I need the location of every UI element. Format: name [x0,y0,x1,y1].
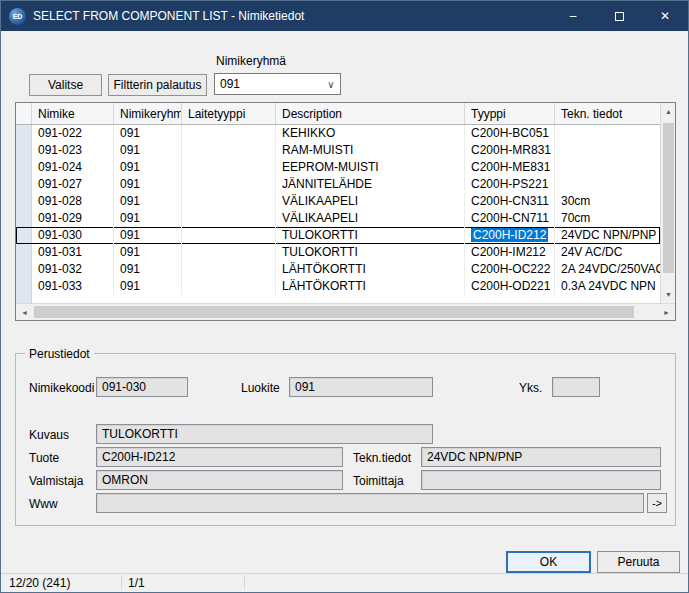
row-gutter[interactable] [16,278,32,295]
table-cell[interactable]: 091 [114,227,182,244]
table-cell[interactable]: 0.3A 24VDC NPN [555,278,660,295]
table-row[interactable]: 091-028091VÄLIKAAPELIC200H-CN31130cm [16,193,660,210]
valitse-button[interactable]: Valitse [29,74,102,96]
yks-field[interactable] [552,377,600,397]
table-cell[interactable]: 24V AC/DC [555,244,660,261]
cancel-button[interactable]: Peruuta [597,551,680,573]
row-gutter[interactable] [16,227,32,244]
table-cell[interactable]: C200H-OC222 [465,261,555,278]
table-cell[interactable]: 24VDC NPN/PNP [555,227,660,244]
table-cell[interactable]: 70cm [555,210,660,227]
table-cell[interactable]: 091-024 [32,159,114,176]
table-cell[interactable]: C200H-CN311 [465,193,555,210]
table-cell[interactable]: VÄLIKAAPELI [276,210,465,227]
scroll-down-icon[interactable]: ▼ [661,286,676,303]
header-tyyppi[interactable]: Tyyppi [465,103,555,124]
table-cell[interactable]: 091-033 [32,278,114,295]
valmistaja-field[interactable]: OMRON [96,470,343,490]
toimittaja-field[interactable] [421,470,661,490]
table-cell[interactable]: 091-031 [32,244,114,261]
table-cell[interactable]: C200H-ID212 [465,227,555,244]
horizontal-scrollbar-thumb[interactable] [34,306,634,318]
table-cell[interactable]: 091 [114,176,182,193]
table-row[interactable]: 091-027091JÄNNITELÄHDEC200H-PS221 [16,176,660,193]
table-row[interactable]: 091-031091TULOKORTTIC200H-IM21224V AC/DC [16,244,660,261]
table-cell[interactable] [182,159,276,176]
table-cell[interactable]: TULOKORTTI [276,244,465,261]
table-cell[interactable]: KEHIKKO [276,125,465,142]
table-cell[interactable]: 091-027 [32,176,114,193]
table-cell[interactable] [555,125,660,142]
header-nimikeryhma[interactable]: Nimikeryhmä [114,103,182,124]
horizontal-scrollbar[interactable]: ◄ ► [16,303,675,320]
table-cell[interactable]: C200H-OD221 [465,278,555,295]
table-cell[interactable]: 30cm [555,193,660,210]
table-cell[interactable] [555,159,660,176]
scroll-up-icon[interactable]: ▲ [661,103,676,120]
table-cell[interactable]: VÄLIKAAPELI [276,193,465,210]
minimize-button[interactable]: – [550,1,596,31]
kuvaus-field[interactable]: TULOKORTTI [96,424,433,444]
table-row[interactable]: 091-030091TULOKORTTIC200H-ID21224VDC NPN… [16,227,660,244]
table-cell[interactable] [182,125,276,142]
tuote-field[interactable]: C200H-ID212 [96,447,343,467]
table-cell[interactable]: C200H-BC051 [465,125,555,142]
close-button[interactable]: ✕ [642,1,688,31]
header-laitetyyppi[interactable]: Laitetyyppi [182,103,276,124]
row-gutter[interactable] [16,159,32,176]
ok-button[interactable]: OK [506,551,591,573]
chevron-down-icon[interactable]: ∨ [322,79,340,90]
tekn-tiedot-field[interactable]: 24VDC NPN/PNP [421,447,661,467]
group-combobox[interactable]: 091 ∨ [214,73,341,95]
table-cell[interactable]: 091 [114,159,182,176]
row-gutter[interactable] [16,176,32,193]
titlebar[interactable]: ED SELECT FROM COMPONENT LIST - Nimiketi… [1,1,688,31]
table-cell[interactable]: C200H-CN711 [465,210,555,227]
header-nimike[interactable]: Nimike [32,103,114,124]
table-cell[interactable]: 091 [114,210,182,227]
header-description[interactable]: Description [276,103,465,124]
table-cell[interactable]: 091 [114,142,182,159]
luokite-field[interactable]: 091 [289,377,433,397]
table-cell[interactable]: LÄHTÖKORTTI [276,261,465,278]
table-cell[interactable] [182,193,276,210]
table-cell[interactable]: 091 [114,193,182,210]
table-cell[interactable]: C200H-MR831 [465,142,555,159]
table-cell[interactable] [182,176,276,193]
table-cell[interactable]: 091 [114,278,182,295]
nimikekoodi-field[interactable]: 091-030 [96,377,188,397]
table-cell[interactable] [182,261,276,278]
table-cell[interactable]: 091 [114,244,182,261]
scroll-left-icon[interactable]: ◄ [16,304,33,321]
row-gutter[interactable] [16,142,32,159]
table-cell[interactable]: LÄHTÖKORTTI [276,278,465,295]
table-row[interactable]: 091-032091LÄHTÖKORTTIC200H-OC2222A 24VDC… [16,261,660,278]
row-gutter[interactable] [16,210,32,227]
table-cell[interactable]: 091-022 [32,125,114,142]
table-cell[interactable] [182,142,276,159]
table-cell[interactable]: RAM-MUISTI [276,142,465,159]
table-cell[interactable]: 091 [114,125,182,142]
table-cell[interactable]: TULOKORTTI [276,227,465,244]
filter-reset-button[interactable]: Filtterin palautus [108,74,207,96]
table-cell[interactable]: 091 [114,261,182,278]
table-row[interactable]: 091-023091RAM-MUISTIC200H-MR831 [16,142,660,159]
row-gutter[interactable] [16,244,32,261]
row-gutter[interactable] [16,261,32,278]
www-open-button[interactable]: -> [647,493,667,513]
table-row[interactable]: 091-029091VÄLIKAAPELIC200H-CN71170cm [16,210,660,227]
table-cell[interactable]: C200H-IM212 [465,244,555,261]
row-gutter[interactable] [16,125,32,142]
www-field[interactable] [96,493,644,513]
table-cell[interactable] [182,210,276,227]
vertical-scrollbar-thumb[interactable] [663,123,674,273]
table-cell[interactable] [555,142,660,159]
table-cell[interactable]: EEPROM-MUISTI [276,159,465,176]
table-row[interactable]: 091-022091KEHIKKOC200H-BC051 [16,125,660,142]
table-cell[interactable]: 091-028 [32,193,114,210]
table-cell[interactable] [182,278,276,295]
table-cell[interactable] [182,227,276,244]
header-tekn-tiedot[interactable]: Tekn. tiedot [555,103,660,124]
row-gutter[interactable] [16,193,32,210]
table-cell[interactable]: 2A 24VDC/250VAC [555,261,660,278]
